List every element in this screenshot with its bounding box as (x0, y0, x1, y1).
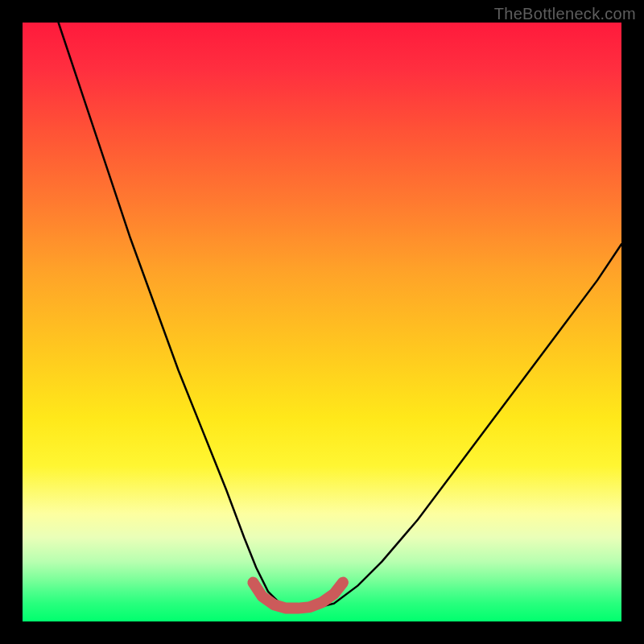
plot-area (23, 23, 621, 621)
chart-svg (23, 23, 621, 621)
bottleneck-curve (59, 23, 621, 609)
chart-frame: TheBottleneck.com (0, 0, 644, 644)
watermark-text: TheBottleneck.com (494, 5, 636, 23)
